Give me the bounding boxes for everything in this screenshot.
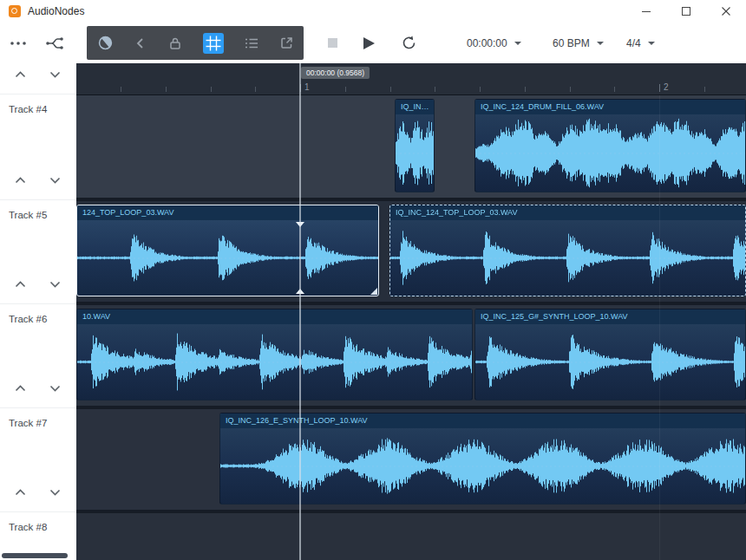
- menu-button[interactable]: [10, 42, 26, 45]
- track-lane[interactable]: 124_TOP_LOOP_03.WAVIQ_INC_124_TOP_LOOP_0…: [76, 201, 746, 302]
- sidebar-separator: [0, 303, 76, 304]
- chevron-down-icon: [49, 385, 61, 392]
- snap-grid-button[interactable]: [203, 33, 224, 54]
- audio-clip[interactable]: 124_TOP_LOOP_03.WAV: [76, 205, 379, 296]
- playhead[interactable]: [299, 63, 301, 560]
- ruler-tick: [345, 87, 346, 92]
- track-lane[interactable]: IQ_IN…IQ_INC_124_DRUM_FILL_06.WAV: [76, 95, 746, 198]
- track-move-up-button[interactable]: [9, 277, 31, 291]
- track-lane[interactable]: 10.WAVIQ_INC_125_G#_SYNTH_LOOP_10.WAV: [76, 305, 746, 406]
- close-icon: [722, 7, 730, 16]
- ruler-tick: [121, 87, 121, 92]
- sidebar-separator: [0, 407, 76, 408]
- timeline-lanes: IQ_IN…IQ_INC_124_DRUM_FILL_06.WAV124_TOP…: [76, 63, 746, 560]
- ruler-tick: [614, 87, 615, 92]
- lock-icon: [168, 36, 182, 50]
- node-graph-icon: [45, 36, 64, 51]
- track-list-button[interactable]: [245, 37, 258, 49]
- clip-title: IQ_INC_124_DRUM_FILL_06.WAV: [475, 100, 745, 114]
- track-move-up-button[interactable]: [9, 381, 31, 395]
- close-button[interactable]: [706, 0, 746, 23]
- stop-icon: [328, 38, 337, 48]
- audio-clip[interactable]: IQ_INC_124_DRUM_FILL_06.WAV: [474, 99, 746, 192]
- track-label: Track #4: [9, 104, 47, 114]
- quantize-button[interactable]: [97, 35, 114, 51]
- play-button[interactable]: [363, 37, 375, 49]
- chevron-down-icon: [648, 42, 655, 45]
- ruler-tick: [211, 87, 212, 92]
- sidebar-separator: [0, 511, 76, 512]
- track-label: Track #8: [9, 522, 47, 532]
- maximize-icon: [682, 7, 690, 16]
- audio-clip[interactable]: IQ_IN…: [395, 99, 435, 192]
- track-move-up-button[interactable]: [9, 68, 31, 81]
- back-button[interactable]: [134, 37, 147, 49]
- chevron-up-icon: [15, 71, 26, 78]
- loop-icon: [401, 35, 417, 51]
- chevron-down-icon: [49, 177, 61, 184]
- waveform-canvas: [396, 114, 434, 192]
- ellipsis-icon: [10, 42, 26, 45]
- chevron-up-icon: [15, 177, 26, 184]
- contrast-circle-icon: [97, 35, 114, 51]
- waveform-canvas: [77, 324, 472, 400]
- clip-title: IQ_INC_125_G#_SYNTH_LOOP_10.WAV: [475, 309, 745, 324]
- window-title: AudioNodes: [28, 5, 84, 17]
- chevron-down-icon: [597, 42, 604, 45]
- lock-button[interactable]: [168, 36, 182, 50]
- timeline-tools-panel: [87, 26, 304, 60]
- playhead-tooltip: 00:00:00 (0.9568): [301, 67, 370, 79]
- time-display-value: 00:00:00: [467, 37, 507, 49]
- chevron-down-icon: [49, 489, 61, 496]
- timeline-ruler[interactable]: 12: [76, 63, 746, 95]
- titlebar: AudioNodes: [0, 0, 746, 23]
- ruler-tick: [255, 87, 256, 92]
- audio-clip[interactable]: 10.WAV: [76, 309, 473, 400]
- track-move-down-button[interactable]: [43, 381, 66, 395]
- track-lane[interactable]: IQ_INC_126_E_SYNTH_LOOP_10.WAV: [76, 409, 746, 510]
- external-link-icon: [280, 36, 293, 49]
- track-move-up-button[interactable]: [9, 485, 31, 499]
- loop-button[interactable]: [401, 35, 417, 51]
- track-move-down-button[interactable]: [43, 68, 66, 81]
- timeline[interactable]: IQ_IN…IQ_INC_124_DRUM_FILL_06.WAV124_TOP…: [76, 63, 746, 560]
- time-display-dropdown[interactable]: 00:00:00: [467, 23, 521, 63]
- chevron-up-icon: [15, 385, 26, 392]
- app-window: AudioNodes: [0, 0, 746, 560]
- waveform-canvas: [77, 220, 378, 296]
- track-move-up-button[interactable]: [9, 173, 31, 187]
- window-controls: [626, 0, 746, 23]
- bpm-value: 60 BPM: [553, 37, 590, 49]
- ruler-tick: [390, 87, 391, 92]
- waveform-canvas: [475, 114, 745, 192]
- track-lane[interactable]: [76, 513, 746, 560]
- horizontal-scrollbar-thumb[interactable]: [2, 553, 68, 558]
- chevron-up-icon: [15, 489, 26, 496]
- chevron-left-icon: [134, 37, 147, 49]
- track-move-down-button[interactable]: [43, 173, 66, 187]
- ruler-tick: [570, 87, 571, 92]
- node-graph-button[interactable]: [45, 36, 64, 51]
- audio-clip[interactable]: IQ_INC_125_G#_SYNTH_LOOP_10.WAV: [474, 309, 746, 400]
- bpm-dropdown[interactable]: 60 BPM: [553, 23, 604, 63]
- chevron-down-icon: [49, 71, 61, 78]
- list-icon: [245, 37, 258, 49]
- waveform-canvas: [390, 220, 745, 296]
- chevron-down-icon: [49, 281, 61, 288]
- audio-clip[interactable]: IQ_INC_124_TOP_LOOP_03.WAV: [389, 205, 746, 296]
- clip-resize-handle[interactable]: [370, 288, 377, 295]
- minimize-button[interactable]: [626, 0, 666, 23]
- ruler-tick: [166, 87, 167, 92]
- maximize-button[interactable]: [666, 0, 706, 23]
- track-label: Track #7: [9, 418, 47, 428]
- ruler-tick: [480, 87, 481, 92]
- track-move-down-button[interactable]: [43, 277, 66, 291]
- clip-title: 124_TOP_LOOP_03.WAV: [77, 205, 378, 220]
- track-move-down-button[interactable]: [43, 485, 66, 499]
- track-label: Track #6: [9, 314, 47, 324]
- stop-button[interactable]: [328, 38, 337, 48]
- time-signature-dropdown[interactable]: 4/4: [626, 23, 655, 63]
- sidebar-separator: [0, 94, 76, 94]
- open-external-button[interactable]: [280, 36, 293, 49]
- sidebar-separator: [0, 199, 76, 200]
